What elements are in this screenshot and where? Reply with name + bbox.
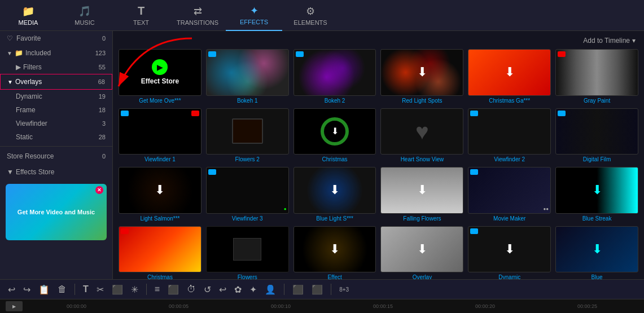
heart-icon: ♡ [7, 34, 13, 42]
delete-button[interactable]: 🗑 [55, 283, 69, 296]
transitions-icon: ⇄ [194, 5, 202, 17]
effect-item-christmas-ga2[interactable]: ⬇ Christmas [293, 108, 376, 163]
mm-label: ●● [543, 206, 549, 211]
effect-item-red-light-spots[interactable]: ⬇ Red Light Spots [380, 49, 463, 104]
grid-button[interactable]: ⬛ [165, 283, 181, 296]
sidebar-item-static[interactable]: Static 28 [0, 130, 112, 144]
flower-button[interactable]: ✿ [232, 283, 244, 296]
nav-transitions[interactable]: ⇄ TRANSITIONS [169, 0, 226, 31]
timeline-mark-3: 00:00:15 [332, 303, 434, 309]
nav-text[interactable]: T TEXT [113, 0, 169, 31]
effects-icon: ✦ [250, 5, 259, 17]
star-button[interactable]: ✦ [247, 283, 259, 296]
sidebar-item-favorite[interactable]: ♡ Favorite 0 [0, 31, 112, 46]
sidebar-item-viewfinder[interactable]: Viewfinder 3 [0, 117, 112, 130]
text-tool-button[interactable]: T [81, 283, 91, 296]
effect-item-row4-4[interactable]: ⬇ Overlay [380, 226, 463, 279]
effect-thumb-light-salmon: ⬇ [119, 167, 201, 214]
effect-item-movie-maker[interactable]: ●● Movie Maker [468, 167, 551, 222]
sidebar-effects-store[interactable]: ▼ Effects Store [0, 164, 112, 180]
effect-label-blue-light: Blue Light S*** [293, 215, 376, 222]
effect-item-row4-1[interactable]: Christmas [119, 226, 201, 279]
static-label: Static [16, 133, 33, 141]
effect-item-row4-2[interactable]: Flowers [206, 226, 289, 279]
row4-2-shape [233, 238, 261, 261]
effect-thumb-christmas-ga2: ⬇ [293, 108, 376, 155]
redo-button[interactable]: ↪ [21, 283, 33, 296]
sidebar-item-frame[interactable]: Frame 18 [0, 103, 112, 117]
nav-media[interactable]: 📁 MEDIA [0, 0, 56, 31]
effect-item-row4-5[interactable]: ⬇ Dynamic [468, 226, 551, 279]
effect-label-viewfinder3: Viewfinder 3 [206, 215, 289, 222]
effect-item-falling-flowers[interactable]: ⬇ Falling Flowers [380, 167, 463, 222]
effect-label-row4-4: Overlay [380, 274, 463, 279]
nav-music-label: MUSIC [75, 19, 94, 26]
nav-transitions-label: TRANSITIONS [177, 19, 218, 26]
motion-button[interactable]: ✳ [129, 283, 141, 296]
effect-thumb-bokeh2 [293, 49, 376, 96]
rotate-button[interactable]: ↺ [201, 283, 213, 296]
effect-item-bokeh1[interactable]: Bokeh 1 [206, 49, 289, 104]
split-button[interactable]: ⬛ [109, 283, 125, 296]
banner-close-button[interactable]: ✕ [95, 186, 103, 194]
cut-button[interactable]: ✂ [94, 283, 106, 296]
favorite-label: Favorite [16, 34, 41, 42]
effect-thumb-viewfinder1 [119, 108, 201, 155]
add-to-timeline-button[interactable]: Add to Timeline ▾ [583, 37, 636, 45]
timer-button[interactable]: ⏱ [185, 283, 198, 296]
effect-thumb-row4-2 [206, 226, 289, 273]
effect-item-heart-snow-view[interactable]: ♥ Heart Snow View [380, 108, 463, 163]
copy-button[interactable]: 📋 [36, 283, 52, 296]
effect-item-row4-3[interactable]: ⬇ Effect [293, 226, 376, 279]
nav-music[interactable]: 🎵 MUSIC [56, 0, 113, 31]
effects-store-label: Effects Store [16, 168, 54, 176]
download-icon-8: ⬇ [330, 242, 340, 257]
crop-button[interactable]: ⬛ [309, 283, 325, 296]
sidebar-item-store-resource[interactable]: Store Resource 0 [0, 149, 112, 164]
folder-icon: 📁 [15, 49, 23, 57]
effect-label-row4-5: Dynamic [468, 274, 551, 279]
timeline-mark-0: 00:00:00 [25, 303, 128, 309]
divider-1 [75, 284, 75, 295]
effect-label-christmas-ga2: Christmas [293, 156, 376, 162]
media-icon: 📁 [22, 5, 34, 17]
music-icon: 🎵 [78, 5, 91, 17]
person-button[interactable]: 👤 [262, 283, 278, 296]
effect-item-gray-paint[interactable]: Gray Paint [555, 49, 638, 104]
effect-label-viewfinder1: Viewfinder 1 [119, 156, 201, 162]
effect-label-red-light-spots: Red Light Spots [380, 98, 463, 104]
clip-button[interactable]: ⬛ [290, 283, 306, 296]
viewfinder-badge: 3 [102, 120, 106, 127]
effect-item-bokeh2[interactable]: Bokeh 2 [293, 49, 376, 104]
sidebar-item-dynamic[interactable]: Dynamic 19 [0, 90, 112, 103]
top-navigation: 📁 MEDIA 🎵 MUSIC T TEXT ⇄ TRANSITIONS ✦ E… [0, 0, 644, 31]
heart-shape-icon: ♥ [415, 120, 429, 143]
sidebar-item-overlays[interactable]: ▼ Overlays 68 [0, 74, 112, 90]
sidebar-item-included[interactable]: ▼ 📁 Included 123 [0, 46, 112, 60]
effect-item-viewfinder3[interactable]: ● Viewfinder 3 [206, 167, 289, 222]
effect-item-flowers2[interactable]: Flowers 2 [206, 108, 289, 163]
undo-button[interactable]: ↩ [6, 283, 17, 296]
sidebar-item-filters[interactable]: ▶ Filters 55 [0, 60, 112, 74]
effect-item-christmas-ga1[interactable]: ⬇ Christmas Ga*** [468, 49, 551, 104]
ratio-button[interactable]: 8+3 [337, 285, 351, 294]
effect-label-digital-film: Digital Film [555, 156, 638, 162]
effect-label-store: Get More Ove*** [119, 98, 201, 104]
divider-3 [284, 284, 284, 295]
download-icon-2: ⬇ [505, 65, 515, 80]
store-banner[interactable]: ✕ Get More Video and Music [6, 184, 107, 240]
nav-elements[interactable]: ⚙ ELEMENTS [282, 0, 339, 31]
effect-item-light-salmon[interactable]: ⬇ Light Salmon*** [119, 167, 201, 222]
effect-item-row4-6[interactable]: ⬇ Blue [555, 226, 638, 279]
effect-item-digital-film[interactable]: Digital Film [555, 108, 638, 163]
list-button[interactable]: ≡ [152, 283, 162, 296]
back-button[interactable]: ↩ [217, 283, 229, 296]
download-icon-11: ⬇ [592, 242, 602, 257]
nav-effects[interactable]: ✦ EFFECTS [226, 0, 282, 31]
effect-item-blue-light[interactable]: ⬇ Blue Light S*** [293, 167, 376, 222]
effect-item-viewfinder1[interactable]: Viewfinder 1 [119, 108, 201, 163]
df-tag-icon [558, 111, 566, 116]
effect-item-store[interactable]: ▶ Effect Store Get More Ove*** [119, 49, 201, 104]
effect-item-viewfinder2[interactable]: Viewfinder 2 [468, 108, 551, 163]
effect-item-blue-streak[interactable]: ⬇ Blue Streak [555, 167, 638, 222]
